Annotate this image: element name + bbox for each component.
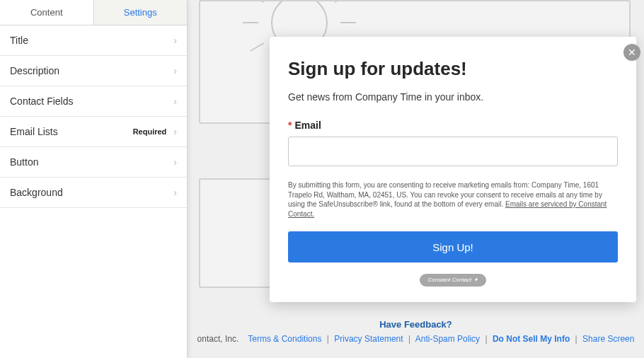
menu-email-lists[interactable]: Email Lists Required ›	[0, 117, 187, 147]
modal-title: Sign up for updates!	[288, 58, 618, 80]
editor-sidebar: Content Settings Title › Description › C…	[0, 0, 188, 358]
chevron-right-icon: ›	[173, 187, 177, 198]
disclaimer-text: By submitting this form, you are consent…	[288, 180, 618, 219]
menu-button[interactable]: Button ›	[0, 147, 187, 178]
menu-label: Button	[10, 156, 38, 168]
menu-contact-fields[interactable]: Contact Fields ›	[0, 86, 187, 117]
tab-settings[interactable]: Settings	[94, 0, 188, 25]
page-footer: Have Feedback? ontact, Inc. Terms & Cond…	[188, 319, 644, 344]
antispam-link[interactable]: Anti-Spam Policy	[415, 334, 480, 344]
close-icon: ✕	[628, 47, 636, 57]
menu-background[interactable]: Background ›	[0, 178, 187, 208]
sidebar-tabs: Content Settings	[0, 0, 187, 25]
email-label: *Email	[288, 120, 618, 131]
copyright-text: ontact, Inc.	[197, 334, 239, 344]
required-badge: Required	[133, 127, 167, 136]
menu-label: Email Lists	[10, 126, 58, 137]
chevron-right-icon: ›	[173, 156, 177, 168]
feedback-link[interactable]: Have Feedback?	[188, 319, 644, 330]
chevron-right-icon: ›	[173, 65, 177, 76]
close-button[interactable]: ✕	[623, 44, 640, 61]
signup-modal: ✕ Sign up for updates! Get news from Com…	[270, 37, 636, 302]
menu-title[interactable]: Title ›	[0, 25, 187, 56]
tab-content[interactable]: Content	[0, 0, 94, 25]
menu-label: Description	[10, 65, 59, 76]
chevron-right-icon: ›	[173, 35, 177, 46]
chevron-right-icon: ›	[173, 96, 177, 107]
email-input[interactable]	[288, 137, 618, 166]
terms-link[interactable]: Terms & Conditions	[248, 334, 321, 344]
share-screen-link[interactable]: Share Screen	[582, 334, 634, 344]
required-star-icon: *	[288, 120, 292, 131]
chevron-right-icon: ›	[173, 126, 177, 137]
constant-contact-badge[interactable]: Constant Contact ✦	[420, 274, 486, 287]
menu-description[interactable]: Description ›	[0, 56, 187, 86]
modal-subtitle: Get news from Company Time in your inbox…	[288, 91, 618, 103]
signup-button[interactable]: Sign Up!	[288, 231, 618, 262]
menu-label: Background	[10, 187, 63, 198]
menu-label: Title	[10, 35, 28, 46]
menu-label: Contact Fields	[10, 96, 73, 107]
donotsell-link[interactable]: Do Not Sell My Info	[493, 334, 570, 344]
privacy-link[interactable]: Privacy Statement	[334, 334, 403, 344]
